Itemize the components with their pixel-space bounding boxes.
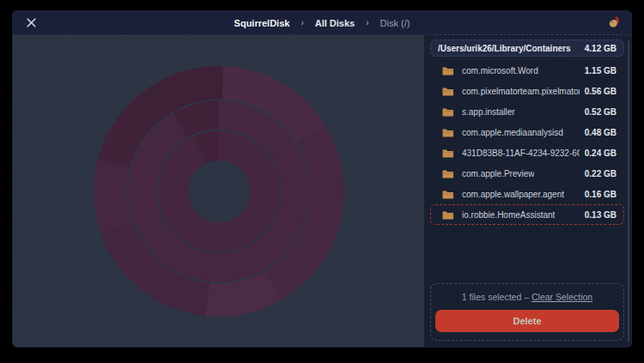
file-size: 0.48 GB bbox=[580, 128, 617, 137]
breadcrumb-app[interactable]: SquirrelDisk bbox=[234, 18, 290, 28]
folder-icon bbox=[442, 169, 453, 178]
list-item[interactable]: com.microsoft.Word 1.15 GB bbox=[430, 60, 624, 81]
chart-area bbox=[13, 35, 424, 347]
file-name: com.apple.mediaanalysisd bbox=[462, 128, 563, 137]
current-path-size: 4.12 GB bbox=[585, 44, 617, 53]
folder-icon bbox=[442, 190, 453, 199]
content-area: /Users/urik26/Library/Containers 4.12 GB… bbox=[13, 35, 631, 347]
file-size: 0.22 GB bbox=[580, 169, 617, 178]
breadcrumb-current-disk[interactable]: Disk (/) bbox=[380, 18, 410, 28]
chevron-right-icon: › bbox=[301, 18, 303, 27]
selection-box: 1 files selected – Clear Selection Delet… bbox=[430, 283, 624, 341]
file-size: 0.16 GB bbox=[580, 190, 617, 199]
folder-icon bbox=[442, 87, 453, 96]
close-button[interactable] bbox=[27, 18, 36, 27]
current-path-header[interactable]: /Users/urik26/Library/Containers 4.12 GB bbox=[430, 39, 624, 57]
list-item[interactable]: com.apple.mediaanalysisd 0.48 GB bbox=[430, 122, 624, 142]
file-size: 0.52 GB bbox=[580, 107, 617, 117]
chevron-right-icon: › bbox=[366, 18, 368, 27]
list-item[interactable]: com.pixelmatorteam.pixelmator.x 0.56 GB bbox=[430, 81, 624, 101]
scrollbar[interactable] bbox=[628, 40, 629, 342]
folder-icon bbox=[442, 66, 453, 76]
list-item[interactable]: s.app.installer 0.52 GB bbox=[430, 101, 624, 122]
clear-selection-link[interactable]: Clear Selection bbox=[532, 292, 592, 302]
selection-count-text: 1 files selected – bbox=[462, 292, 532, 302]
file-name: com.apple.wallpaper.agent bbox=[462, 190, 564, 199]
file-name: 431D83B8-11AF-4234-9232-6C33... bbox=[462, 148, 580, 158]
title-bar: SquirrelDisk › All Disks › Disk (/) bbox=[13, 11, 631, 35]
breadcrumb: SquirrelDisk › All Disks › Disk (/) bbox=[13, 18, 631, 28]
list-item[interactable]: 431D83B8-11AF-4234-9232-6C33... 0.24 GB bbox=[430, 142, 624, 163]
file-size: 0.56 GB bbox=[580, 87, 617, 96]
squirrel-logo-icon bbox=[607, 15, 622, 33]
close-icon bbox=[27, 18, 36, 27]
folder-icon bbox=[442, 107, 453, 117]
sunburst-chart[interactable] bbox=[90, 63, 348, 320]
list-item[interactable]: com.apple.wallpaper.agent 0.16 GB bbox=[430, 184, 624, 204]
folder-icon bbox=[442, 210, 453, 220]
app-window: SquirrelDisk › All Disks › Disk (/) /Use… bbox=[12, 10, 632, 348]
file-size: 0.24 GB bbox=[580, 148, 617, 158]
file-size: 1.15 GB bbox=[580, 66, 617, 76]
file-name: com.microsoft.Word bbox=[462, 66, 538, 76]
file-name: s.app.installer bbox=[462, 107, 515, 117]
file-name: com.pixelmatorteam.pixelmator.x bbox=[462, 87, 580, 96]
folder-icon bbox=[442, 148, 453, 158]
file-size: 0.13 GB bbox=[580, 210, 617, 220]
file-name: com.apple.Preview bbox=[462, 169, 534, 178]
delete-button[interactable]: Delete bbox=[435, 310, 619, 332]
sunburst-segment[interactable] bbox=[127, 100, 310, 282]
list-item[interactable]: com.apple.Preview 0.22 GB bbox=[430, 163, 624, 184]
file-panel: /Users/urik26/Library/Containers 4.12 GB… bbox=[424, 35, 631, 347]
current-path: /Users/urik26/Library/Containers bbox=[438, 44, 571, 53]
breadcrumb-all-disks[interactable]: All Disks bbox=[315, 18, 355, 28]
selection-status: 1 files selected – Clear Selection bbox=[462, 292, 592, 302]
file-list: com.microsoft.Word 1.15 GB com.pixelmato… bbox=[430, 60, 624, 225]
file-name: io.robbie.HomeAssistant bbox=[462, 210, 555, 220]
list-item[interactable]: io.robbie.HomeAssistant 0.13 GB bbox=[430, 204, 624, 225]
folder-icon bbox=[442, 128, 453, 137]
